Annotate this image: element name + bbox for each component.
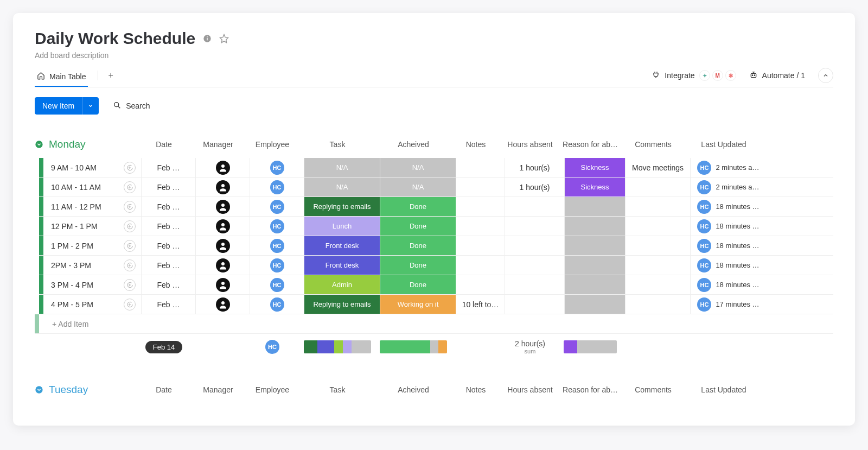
col-header-hours[interactable]: Hours absent — [500, 140, 560, 149]
col-header-updated[interactable]: Last Updated — [686, 140, 762, 149]
cell-item-name[interactable]: 1 PM - 2 PM — [43, 236, 141, 255]
cell-date[interactable]: Feb … — [141, 256, 195, 275]
automate-button[interactable]: Automate / 1 — [749, 71, 805, 81]
open-item-icon[interactable] — [124, 220, 136, 232]
cell-updated[interactable]: HC 18 minutes … — [690, 217, 766, 236]
cell-comments[interactable] — [625, 256, 690, 275]
col-header-achieved[interactable]: Acheived — [375, 140, 451, 149]
cell-employee[interactable]: HC — [250, 217, 304, 236]
cell-manager[interactable] — [195, 236, 250, 255]
cell-hours[interactable] — [505, 197, 564, 216]
cell-hours[interactable] — [505, 275, 564, 294]
cell-item-name[interactable]: 11 AM - 12 PM — [43, 197, 141, 216]
cell-reason[interactable] — [564, 217, 625, 236]
open-item-icon[interactable] — [124, 259, 136, 271]
group-collapse-toggle[interactable] — [35, 385, 43, 394]
cell-reason[interactable] — [564, 295, 625, 314]
integrate-button[interactable]: Integrate ✦ M ✱ — [652, 70, 736, 81]
cell-reason[interactable] — [564, 236, 625, 255]
cell-manager[interactable] — [195, 256, 250, 275]
group-collapse-toggle[interactable] — [35, 140, 43, 149]
cell-achieved[interactable]: Done — [380, 217, 456, 236]
col-header-employee[interactable]: Employee — [245, 140, 299, 149]
cell-manager[interactable] — [195, 217, 250, 236]
col-header-reason[interactable]: Reason for ab… — [560, 140, 621, 149]
cell-employee[interactable]: HC — [250, 178, 304, 197]
cell-employee[interactable]: HC — [250, 158, 304, 177]
cell-task[interactable]: Lunch — [304, 217, 380, 236]
open-item-icon[interactable] — [124, 201, 136, 213]
cell-achieved[interactable]: Done — [380, 275, 456, 294]
cell-achieved[interactable]: N/A — [380, 158, 456, 177]
cell-achieved[interactable]: N/A — [380, 178, 456, 197]
cell-hours[interactable] — [505, 295, 564, 314]
table-row[interactable]: 12 PM - 1 PM Feb … HC Lunch Done HC 18 m… — [39, 217, 833, 236]
tab-main-table[interactable]: Main Table — [35, 67, 88, 87]
cell-comments[interactable] — [625, 178, 690, 197]
cell-updated[interactable]: HC 18 minutes … — [690, 275, 766, 294]
cell-reason[interactable] — [564, 275, 625, 294]
open-item-icon[interactable] — [124, 162, 136, 174]
new-item-dropdown[interactable] — [82, 97, 99, 115]
cell-comments[interactable] — [625, 295, 690, 314]
summary-achieved-bar[interactable] — [380, 340, 447, 353]
search-button[interactable]: Search — [113, 101, 150, 111]
open-item-icon[interactable] — [124, 299, 136, 310]
cell-updated[interactable]: HC 2 minutes a… — [690, 178, 766, 197]
cell-manager[interactable] — [195, 158, 250, 177]
cell-reason[interactable] — [564, 256, 625, 275]
cell-hours[interactable]: 1 hour(s) — [505, 158, 564, 177]
table-row[interactable]: 9 AM - 10 AM Feb … HC N/A N/A 1 hour(s) … — [39, 158, 833, 178]
col-header-date[interactable]: Date — [137, 385, 191, 394]
summary-date-pill[interactable]: Feb 14 — [145, 341, 182, 353]
cell-updated[interactable]: HC 18 minutes … — [690, 197, 766, 216]
cell-date[interactable]: Feb … — [141, 178, 195, 197]
table-row[interactable]: 2PM - 3 PM Feb … HC Front desk Done HC 1… — [39, 256, 833, 275]
cell-updated[interactable]: HC 18 minutes … — [690, 256, 766, 275]
cell-task[interactable]: Front desk — [304, 236, 380, 255]
cell-reason[interactable]: Sickness — [564, 158, 625, 177]
cell-comments[interactable] — [625, 197, 690, 216]
cell-task[interactable]: N/A — [304, 178, 380, 197]
col-header-reason[interactable]: Reason for ab… — [560, 385, 621, 394]
cell-date[interactable]: Feb … — [141, 197, 195, 216]
cell-notes[interactable] — [456, 256, 505, 275]
col-header-notes[interactable]: Notes — [451, 385, 500, 394]
cell-task[interactable]: Replying to emails — [304, 295, 380, 314]
summary-task-bar[interactable] — [304, 340, 371, 353]
col-header-date[interactable]: Date — [137, 140, 191, 149]
cell-employee[interactable]: HC — [250, 236, 304, 255]
table-row[interactable]: 10 AM - 11 AM Feb … HC N/A N/A 1 hour(s)… — [39, 178, 833, 197]
summary-reason-bar[interactable] — [564, 340, 617, 353]
group-title[interactable]: Monday — [49, 138, 86, 150]
cell-employee[interactable]: HC — [250, 197, 304, 216]
cell-achieved[interactable]: Working on it — [380, 295, 456, 314]
cell-notes[interactable] — [456, 275, 505, 294]
cell-item-name[interactable]: 10 AM - 11 AM — [43, 178, 141, 197]
cell-employee[interactable]: HC — [250, 275, 304, 294]
col-header-task[interactable]: Task — [299, 385, 375, 394]
cell-reason[interactable] — [564, 197, 625, 216]
col-header-task[interactable]: Task — [299, 140, 375, 149]
cell-achieved[interactable]: Done — [380, 197, 456, 216]
open-item-icon[interactable] — [124, 240, 136, 252]
cell-notes[interactable] — [456, 236, 505, 255]
cell-reason[interactable]: Sickness — [564, 178, 625, 197]
table-row[interactable]: 11 AM - 12 PM Feb … HC Replying to email… — [39, 197, 833, 217]
table-row[interactable]: 4 PM - 5 PM Feb … HC Replying to emails … — [39, 295, 833, 314]
add-view-button[interactable]: + — [108, 71, 113, 84]
cell-manager[interactable] — [195, 275, 250, 294]
cell-achieved[interactable]: Done — [380, 236, 456, 255]
cell-date[interactable]: Feb … — [141, 158, 195, 177]
cell-date[interactable]: Feb … — [141, 217, 195, 236]
cell-hours[interactable] — [505, 217, 564, 236]
add-item-row[interactable]: + Add Item — [35, 314, 833, 334]
col-header-comments[interactable]: Comments — [621, 140, 686, 149]
new-item-label[interactable]: New Item — [35, 97, 82, 115]
col-header-achieved[interactable]: Acheived — [375, 385, 451, 394]
col-header-hours[interactable]: Hours absent — [500, 385, 560, 394]
cell-notes[interactable] — [456, 197, 505, 216]
collapse-header-button[interactable] — [818, 68, 833, 83]
table-row[interactable]: 1 PM - 2 PM Feb … HC Front desk Done HC … — [39, 236, 833, 256]
open-item-icon[interactable] — [124, 181, 136, 193]
